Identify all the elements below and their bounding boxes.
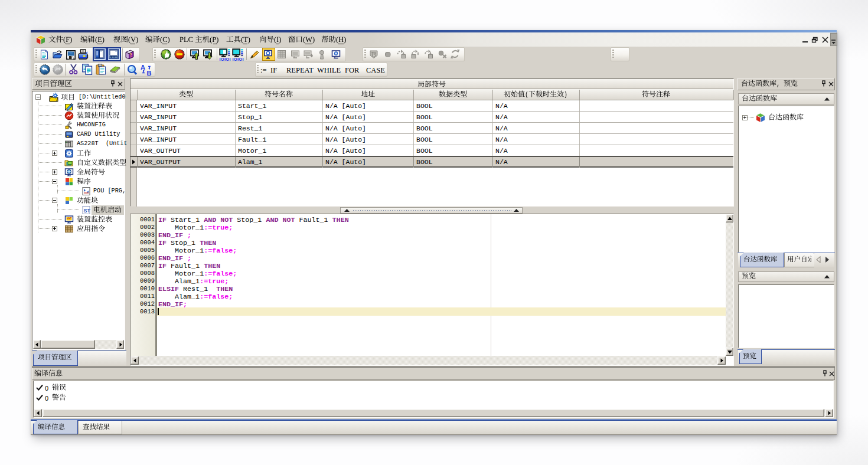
svg-text:IOIOI: IOIOI [220,57,231,61]
svg-text:B: B [147,70,152,76]
svg-text:ST: ST [83,208,90,214]
svg-text:A: A [141,64,145,71]
svg-text:IOIOI: IOIOI [233,57,244,61]
